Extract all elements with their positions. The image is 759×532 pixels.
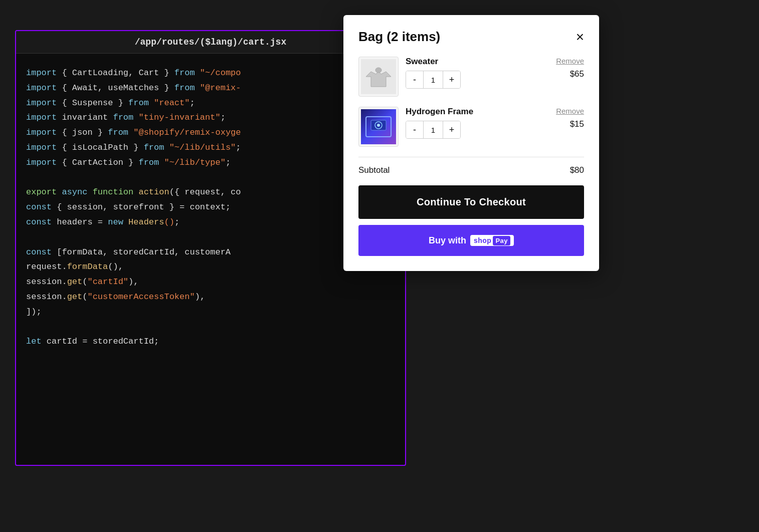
code-token-fn: ; xyxy=(226,158,231,167)
code-token-fn: { Suspense } xyxy=(57,98,128,108)
code-blank-line xyxy=(26,170,395,185)
code-token-kw: import xyxy=(26,83,57,93)
cart-item-hydrogen-frame: Hydrogen Frame - 1 + Remove $15 xyxy=(358,107,584,147)
code-token-kw: from xyxy=(138,158,159,167)
svg-point-1 xyxy=(375,68,382,73)
shop-pay-badge-pay: Pay xyxy=(493,236,510,245)
code-token-fn: ; xyxy=(174,217,179,227)
code-token-str: "tiny-invariant" xyxy=(133,113,220,122)
code-token-kw: from xyxy=(113,113,133,122)
code-token-yellow: Headers xyxy=(128,217,164,227)
sweater-right: Remove $65 xyxy=(544,57,584,79)
code-token-kw: import xyxy=(26,158,57,167)
sweater-increment-button[interactable]: + xyxy=(443,71,460,88)
code-token-fn: invariant xyxy=(57,113,113,122)
code-token-fn: { Await, useMatches } xyxy=(57,83,174,93)
code-token-kw: import xyxy=(26,98,57,108)
code-token-kw: const xyxy=(26,247,52,257)
code-token-fn: ; xyxy=(221,113,226,122)
hydrogen-frame-quantity: 1 xyxy=(423,121,443,138)
subtotal-label: Subtotal xyxy=(358,165,390,175)
code-token-str: "react" xyxy=(149,98,190,108)
code-token-fn xyxy=(123,217,128,227)
code-token-kw: from xyxy=(174,83,195,93)
code-line: const headers = new Headers(); xyxy=(26,215,395,230)
cart-panel: Bag (2 items) × Sweater - 1 + Remove $65 xyxy=(343,15,599,271)
code-token-yellow: formData xyxy=(67,262,108,272)
code-token-kw: from xyxy=(174,68,195,78)
code-token-yellow: get xyxy=(67,277,83,287)
code-blank-line xyxy=(26,230,395,245)
hydrogen-frame-price: $15 xyxy=(570,119,584,129)
code-token-fn: session. xyxy=(26,292,67,302)
hydrogen-frame-image xyxy=(358,107,399,147)
hydrogen-frame-increment-button[interactable]: + xyxy=(443,121,460,138)
code-token-kw: const xyxy=(26,217,52,227)
shop-pay-badge-shop: shop xyxy=(474,236,491,244)
shop-pay-button[interactable]: Buy with shopPay xyxy=(358,225,584,256)
code-token-kw: import xyxy=(26,68,57,78)
code-token-fn: (), xyxy=(108,262,123,272)
code-line: session.get("customerAccessToken"), xyxy=(26,290,395,305)
code-token-fn: ( xyxy=(82,292,87,302)
close-button[interactable]: × xyxy=(576,30,584,44)
code-token-kw: import xyxy=(26,143,57,152)
code-token-fn: ), xyxy=(195,292,205,302)
hydrogen-frame-decrement-button[interactable]: - xyxy=(406,121,423,138)
code-token-str: "~/lib/type" xyxy=(159,158,226,167)
cart-header: Bag (2 items) × xyxy=(358,29,584,45)
code-token-str: "~/lib/utils" xyxy=(164,143,236,152)
hydrogen-frame-thumbnail xyxy=(361,109,396,144)
code-token-fn: ), xyxy=(128,277,138,287)
code-line: const { session, storefront } = context; xyxy=(26,200,395,215)
code-token-str: "~/compo xyxy=(195,68,241,78)
sweater-decrement-button[interactable]: - xyxy=(406,71,423,88)
code-token-kw: import xyxy=(26,113,57,122)
sweater-thumbnail xyxy=(361,59,396,94)
code-line: import { Await, useMatches } from "@remi… xyxy=(26,81,395,96)
code-token-kw: from xyxy=(128,98,149,108)
code-line: let cartId = storedCartId; xyxy=(26,334,395,349)
hydrogen-frame-remove-button[interactable]: Remove xyxy=(556,107,584,115)
code-line: import { CartAction } from "~/lib/type"; xyxy=(26,155,395,170)
sweater-remove-button[interactable]: Remove xyxy=(556,57,584,65)
code-token-str: "cartId" xyxy=(87,277,128,287)
code-token-kw: new xyxy=(108,217,123,227)
code-line: import invariant from "tiny-invariant"; xyxy=(26,110,395,125)
code-token-fn xyxy=(57,187,62,197)
hydrogen-frame-right: Remove $15 xyxy=(544,107,584,129)
code-token-fn xyxy=(133,187,138,197)
hydrogen-frame-name: Hydrogen Frame xyxy=(406,107,537,117)
code-token-fn: request. xyxy=(26,262,67,272)
code-token-fn: ({ request, co xyxy=(169,187,241,197)
code-token-fn: { json } xyxy=(57,128,108,137)
sweater-image xyxy=(358,57,399,97)
checkout-button[interactable]: Continue To Checkout xyxy=(358,185,584,219)
code-token-fn: { CartLoading, Cart } xyxy=(57,68,174,78)
sweater-quantity: 1 xyxy=(423,71,443,88)
code-token-str: () xyxy=(164,217,174,227)
sweater-qty-controls: - 1 + xyxy=(406,71,461,89)
code-token-fn: ]); xyxy=(26,307,42,317)
code-token-str: "@shopify/remix-oxyge xyxy=(128,128,241,137)
subtotal-value: $80 xyxy=(570,165,584,175)
code-line: import { CartLoading, Cart } from "~/com… xyxy=(26,66,395,81)
code-line: import { Suspense } from "react"; xyxy=(26,96,395,111)
code-token-fn: { CartAction } xyxy=(57,158,138,167)
code-token-kw: let xyxy=(26,337,42,346)
shop-pay-prefix: Buy with xyxy=(429,235,466,246)
code-line: export async function action({ request, … xyxy=(26,185,395,200)
sweater-name: Sweater xyxy=(406,57,537,67)
code-token-fn: headers = xyxy=(52,217,108,227)
sweater-details: Sweater - 1 + xyxy=(406,57,537,89)
code-token-fn: ; xyxy=(236,143,241,152)
shop-pay-badge: shopPay xyxy=(470,235,514,246)
cart-divider xyxy=(358,157,584,157)
code-editor-title: /app/routes/($lang)/cart.jsx xyxy=(135,37,286,47)
code-token-kw: from xyxy=(108,128,128,137)
code-line: session.get("cartId"), xyxy=(26,275,395,290)
code-token-kw: import xyxy=(26,128,57,137)
cart-title: Bag (2 items) xyxy=(358,29,440,45)
hydrogen-frame-qty-controls: - 1 + xyxy=(406,121,461,139)
code-token-fn: ; xyxy=(189,98,195,108)
